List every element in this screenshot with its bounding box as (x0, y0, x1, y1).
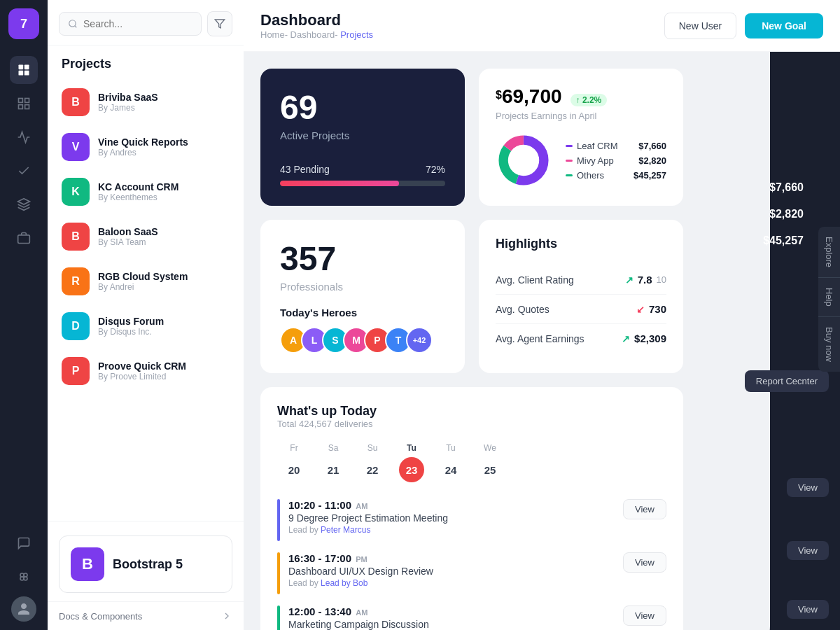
earnings-label: Projects Earnings in April (496, 111, 666, 121)
earnings-card: $69,700 ↑ 2.2% Projects Earnings in Apri… (479, 69, 683, 206)
project-name: KC Account CRM (98, 181, 230, 192)
cal-day-name: Tu (407, 443, 416, 453)
legend-item-others: Others (566, 170, 620, 181)
user-avatar-nav[interactable]: 7 (8, 8, 39, 39)
filter-button[interactable] (207, 11, 232, 36)
project-name: Briviba SaaS (98, 92, 230, 103)
event-view-button[interactable]: View (623, 606, 666, 626)
cal-day-name: Sa (328, 443, 339, 453)
page-title: Dashboard (260, 11, 373, 29)
trend-icon: ↙ (636, 304, 645, 315)
breadcrumb: Home- Dashboard- Projects (260, 29, 373, 40)
project-by: By SIA Team (98, 237, 230, 247)
nav-icon-grid[interactable] (10, 90, 38, 118)
docs-bar[interactable]: Docs & Components (48, 601, 244, 630)
project-item[interactable]: R RGB Cloud System By Andrei (48, 259, 244, 304)
calendar-row: Fr 20 Sa 21 Su 22 Tu 23 Tu 24 We 25 (277, 443, 666, 482)
calendar-day[interactable]: Su 22 (356, 443, 389, 482)
legend-dot-mivy (566, 160, 573, 162)
svg-marker-8 (18, 199, 30, 204)
report-center-button[interactable]: Report Cecnter (745, 370, 829, 392)
help-tab[interactable]: Help (818, 278, 840, 317)
active-projects-label: Active Projects (280, 130, 445, 141)
calendar-day[interactable]: We 25 (473, 443, 507, 482)
highlight-row: Avg. Quotes ↙ 730 (496, 295, 666, 324)
highlight-label: Avg. Client Rating (496, 274, 574, 286)
event-view-button[interactable]: View (623, 552, 666, 573)
project-info: Proove Quick CRM By Proove Limited (98, 360, 230, 382)
event-view-button[interactable]: View (623, 499, 666, 519)
new-user-button[interactable]: New User (664, 13, 736, 39)
event-details: 12:00 - 13:40 AM Marketing Campaign Disc… (288, 606, 615, 630)
highlight-row: Avg. Client Rating ↗ 7.8 10 (496, 265, 666, 295)
bootstrap-card[interactable]: B Bootstrap 5 (59, 536, 232, 593)
sidebar-title: Projects (48, 46, 244, 80)
sidebar-search-bar (48, 0, 244, 46)
calendar-day[interactable]: Sa 21 (316, 443, 350, 482)
nav-icon-chart[interactable] (10, 123, 38, 151)
project-item[interactable]: D Disqus Forum By Disqus Inc. (48, 304, 244, 349)
nav-icon-dashboard[interactable] (10, 56, 38, 84)
new-goal-button[interactable]: New Goal (745, 13, 823, 38)
project-item[interactable]: K KC Account CRM By Keenthemes (48, 169, 244, 214)
view-button-3[interactable]: View (787, 600, 829, 619)
rp-amount-2: $2,820 (763, 208, 832, 220)
highlights-title: Highlights (496, 237, 666, 251)
svg-rect-4 (19, 99, 23, 103)
nav-icon-check[interactable] (10, 157, 38, 185)
project-name: Proove Quick CRM (98, 360, 230, 372)
legend-dot-others (566, 174, 573, 176)
heroes-title: Today's Heroes (280, 307, 445, 318)
pending-count: 43 Pending (280, 164, 330, 175)
event-lead-link[interactable]: Lead by Bob (321, 578, 368, 588)
nav-icon-chat[interactable] (10, 529, 38, 557)
project-by: By James (98, 103, 230, 113)
event-stripe (277, 499, 280, 541)
dashboard-content: 69 Active Projects 43 Pending 72% $69,70… (244, 52, 700, 630)
buy-now-tab[interactable]: Buy now (818, 317, 840, 372)
project-name: Vine Quick Reports (98, 136, 230, 148)
nav-icon-layers[interactable] (10, 190, 38, 218)
highlights-card: Highlights Avg. Client Rating ↗ 7.8 10 A… (479, 220, 683, 373)
project-info: KC Account CRM By Keenthemes (98, 181, 230, 202)
event-stripe (277, 606, 280, 630)
svg-line-15 (75, 26, 77, 28)
project-item[interactable]: B Baloon SaaS By SIA Team (48, 214, 244, 259)
svg-point-13 (24, 573, 27, 577)
cal-day-num: 23 (399, 457, 424, 482)
bootstrap-icon: B (71, 547, 104, 581)
explore-tab[interactable]: Explore (818, 227, 840, 278)
svg-rect-1 (24, 65, 29, 70)
highlight-number: $2,309 (634, 332, 666, 344)
svg-rect-2 (19, 71, 24, 76)
whatsup-title: What's up Today (277, 404, 666, 419)
event-time: 16:30 - 17:00 PM (288, 552, 615, 564)
event-ampm: AM (356, 502, 368, 510)
project-list: B Briviba SaaS By James V Vine Quick Rep… (48, 80, 244, 521)
project-info: Briviba SaaS By James (98, 92, 230, 113)
view-button-1[interactable]: View (787, 478, 829, 497)
legend-item-leaf: Leaf CRM (566, 141, 620, 151)
search-input[interactable] (83, 18, 192, 29)
project-item[interactable]: V Vine Quick Reports By Andres (48, 125, 244, 169)
event-lead-link[interactable]: Peter Marcus (321, 525, 370, 535)
search-box[interactable] (59, 12, 202, 36)
chevron-right-icon (221, 610, 232, 622)
event-stripe (277, 552, 280, 594)
calendar-day[interactable]: Fr 20 (277, 443, 311, 482)
whatsup-subtitle: Total 424,567 deliveries (277, 419, 666, 429)
view-button-2[interactable]: View (787, 541, 829, 560)
calendar-day[interactable]: Tu 23 (395, 443, 428, 482)
nav-icon-apps[interactable] (10, 563, 38, 591)
nav-icon-briefcase[interactable] (10, 224, 38, 252)
calendar-day[interactable]: Tu 24 (434, 443, 468, 482)
trend-icon: ↗ (625, 274, 634, 286)
donut-chart (496, 132, 552, 188)
svg-marker-16 (215, 20, 224, 28)
whats-up-card: What's up Today Total 424,567 deliveries… (260, 387, 683, 630)
user-bottom-avatar[interactable] (11, 596, 36, 622)
project-item[interactable]: B Briviba SaaS By James (48, 80, 244, 125)
project-item[interactable]: P Proove Quick CRM By Proove Limited (48, 349, 244, 393)
svg-rect-5 (25, 99, 29, 103)
event-lead: Lead by Lead by Bob (288, 578, 615, 588)
